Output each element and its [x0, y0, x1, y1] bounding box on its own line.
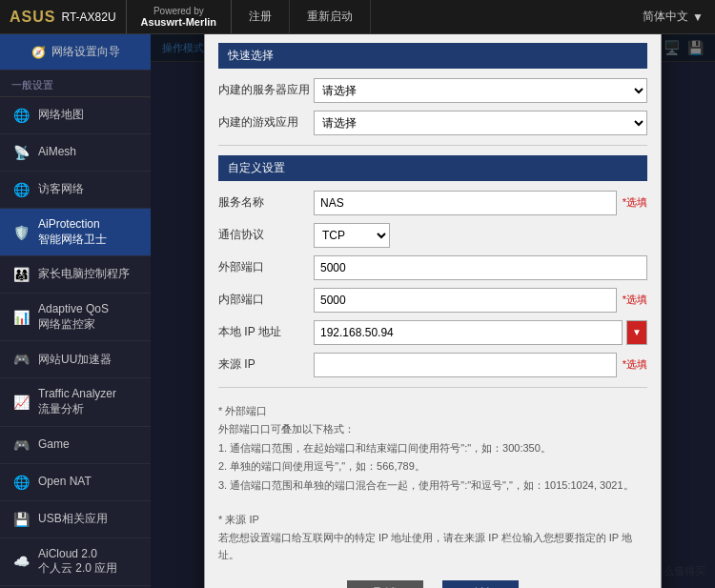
external-port-label: 外部端口	[218, 259, 314, 275]
custom-section-label: 自定义设置	[218, 155, 647, 181]
ip-controls: ▼	[314, 320, 647, 345]
sidebar-item-usb[interactable]: 💾 USB相关应用	[0, 501, 151, 538]
source-ip-required: *选填	[623, 357, 647, 372]
cancel-button[interactable]: 取消	[347, 580, 423, 588]
main-layout: 🧭 网络设置向导 一般设置 🌐 网络地图 📡 AiMesh 🌐 访客网络 🛡️ …	[0, 34, 715, 588]
confirm-button[interactable]: 确认	[442, 580, 519, 588]
sidebar-item-guest-network[interactable]: 🌐 访客网络	[0, 172, 151, 209]
service-name-row: 服务名称 *选填	[218, 191, 647, 215]
server-app-wrap: 请选择	[314, 78, 647, 103]
server-app-select[interactable]: 请选择	[314, 78, 647, 103]
protocol-label: 通信协议	[218, 227, 314, 243]
help-source-line: 若您想设置端口给互联网中的特定 IP 地址使用，请在来源 IP 栏位输入您想要指…	[218, 530, 647, 563]
sidebar-item-label: 网站UU加速器	[38, 353, 112, 368]
usb-icon: 💾	[11, 510, 31, 529]
protocol-wrap: TCP UDP TCP/UDP	[314, 223, 647, 248]
internal-port-label: 内部端口	[218, 292, 314, 308]
sidebar-item-label: Traffic Analyzer 流量分析	[38, 387, 116, 416]
local-ip-row: 本地 IP 地址 ▼	[218, 320, 647, 345]
language-selector[interactable]: 简体中文 ▼	[631, 9, 715, 25]
source-ip-wrap	[314, 353, 617, 377]
sidebar-item-label: AiMesh	[38, 145, 76, 160]
help-title-outer: * 外部端口	[218, 403, 647, 420]
game-app-label: 内建的游戏应用	[218, 114, 314, 131]
guest-network-icon: 🌐	[11, 180, 31, 199]
reboot-button[interactable]: 重新启动	[290, 0, 371, 33]
game-app-row: 内建的游戏应用 请选择	[218, 111, 647, 135]
help-source-area: * 来源 IP 若您想设置端口给互联网中的特定 IP 地址使用，请在来源 IP …	[218, 506, 647, 572]
logo-area: ASUS RT-AX82U	[0, 0, 126, 33]
help-line-3: 3. 通信端口范围和单独的端口混合在一起，使用符号":"和逗号","，如：101…	[218, 477, 647, 495]
sidebar-item-label: 网络地图	[38, 108, 84, 123]
sidebar-item-aimesh[interactable]: 📡 AiMesh	[0, 134, 151, 172]
general-section-title: 一般设置	[0, 71, 151, 97]
topbar-nav: 注册 重新启动	[232, 0, 631, 33]
ip-dropdown-button[interactable]: ▼	[626, 320, 647, 345]
sidebar-item-label: AiCloud 2.0 个人云 2.0 应用	[38, 547, 117, 577]
powered-by-label: Powered by	[153, 6, 204, 16]
chevron-down-icon: ▼	[692, 10, 704, 24]
dialog-body: 快速选择 内建的服务器应用 请选择 内建的游戏应用	[205, 34, 661, 588]
internal-port-required: *选填	[623, 293, 647, 307]
parental-icon: 👨‍👩‍👧	[11, 265, 31, 284]
router-model: RT-AX82U	[61, 10, 115, 24]
source-ip-input[interactable]	[314, 353, 617, 377]
sidebar-item-parental[interactable]: 👨‍👩‍👧 家长电脑控制程序	[0, 256, 151, 294]
dialog-buttons: 取消 确认	[218, 571, 647, 588]
sidebar: 🧭 网络设置向导 一般设置 🌐 网络地图 📡 AiMesh 🌐 访客网络 🛡️ …	[0, 34, 151, 588]
service-name-wrap	[314, 191, 617, 215]
protocol-row: 通信协议 TCP UDP TCP/UDP	[218, 223, 647, 248]
help-line-0: 外部端口口可叠加以下格式：	[218, 421, 647, 438]
service-name-label: 服务名称	[218, 194, 314, 211]
section-divider	[218, 145, 647, 146]
server-app-label: 内建的服务器应用	[218, 82, 314, 98]
network-guide-icon: 🧭	[31, 46, 46, 59]
adaptive-qos-icon: 📊	[11, 308, 31, 327]
service-name-input[interactable]	[314, 191, 617, 215]
sidebar-item-label: 访客网络	[38, 182, 84, 197]
sidebar-item-label: AiProtection 智能网络卫士	[38, 217, 107, 247]
protocol-select[interactable]: TCP UDP TCP/UDP	[314, 223, 390, 248]
language-label: 简体中文	[643, 9, 688, 25]
sidebar-item-aiprotection[interactable]: 🛡️ AiProtection 智能网络卫士	[0, 209, 151, 256]
port-forwarding-dialog: 快速选择 快速选择 内建的服务器应用 请选择 内建的游戏应用	[204, 34, 662, 588]
quick-select-section: 快速选择	[218, 43, 647, 69]
content-area: 操作模式： 无线路由器 固件版本： 386.5_2 SSID： ASUS ASU…	[151, 34, 715, 588]
help-text-area: * 外部端口 外部端口口可叠加以下格式： 1. 通信端口范围，在起始端口和结束端…	[218, 397, 647, 502]
help-title-source: * 来源 IP	[218, 512, 647, 529]
sidebar-item-open-nat[interactable]: 🌐 Open NAT	[0, 464, 151, 501]
sidebar-item-network-guide[interactable]: 🧭 网络设置向导	[0, 34, 151, 71]
sidebar-item-network-map[interactable]: 🌐 网络地图	[0, 97, 151, 134]
sidebar-item-label: Adaptive QoS 网络监控家	[38, 302, 109, 332]
sidebar-item-label: Game	[38, 437, 70, 453]
external-port-row: 外部端口	[218, 255, 647, 280]
traffic-analyzer-icon: 📈	[11, 393, 31, 412]
sidebar-item-game[interactable]: 🎮 Game	[0, 427, 151, 464]
sidebar-item-label: 家长电脑控制程序	[38, 267, 130, 282]
protocol-controls: TCP UDP TCP/UDP	[314, 223, 647, 248]
sidebar-item-label: USB相关应用	[38, 512, 108, 527]
help-divider	[218, 387, 647, 388]
internal-port-input[interactable]	[314, 288, 617, 313]
register-button[interactable]: 注册	[232, 0, 290, 33]
aiprotection-icon: 🛡️	[11, 223, 31, 242]
game-icon: 🎮	[11, 436, 31, 455]
sidebar-item-adaptive-qos[interactable]: 📊 Adaptive QoS 网络监控家	[0, 294, 151, 341]
internal-port-row: 内部端口 *选填	[218, 288, 647, 313]
network-map-icon: 🌐	[11, 106, 31, 125]
aicloud-icon: ☁️	[11, 552, 31, 571]
aimesh-icon: 📡	[11, 143, 31, 162]
source-ip-row: 来源 IP *选填	[218, 353, 647, 377]
server-app-row: 内建的服务器应用 请选择	[218, 78, 647, 103]
local-ip-input[interactable]	[314, 320, 623, 345]
service-name-required: *选填	[623, 195, 647, 210]
external-port-wrap	[314, 255, 647, 280]
sidebar-item-uu-boost[interactable]: 🎮 网站UU加速器	[0, 341, 151, 378]
external-port-input[interactable]	[314, 255, 647, 280]
help-line-1: 1. 通信端口范围，在起始端口和结束端口间使用符号":"，如：300:350。	[218, 440, 647, 457]
game-app-select[interactable]: 请选择	[314, 111, 647, 135]
help-line-2: 2. 单独的端口间使用逗号","，如：566,789。	[218, 458, 647, 476]
sidebar-item-label: Open NAT	[38, 475, 92, 490]
sidebar-item-traffic-analyzer[interactable]: 📈 Traffic Analyzer 流量分析	[0, 378, 151, 426]
sidebar-item-aicloud[interactable]: ☁️ AiCloud 2.0 个人云 2.0 应用	[0, 538, 151, 586]
